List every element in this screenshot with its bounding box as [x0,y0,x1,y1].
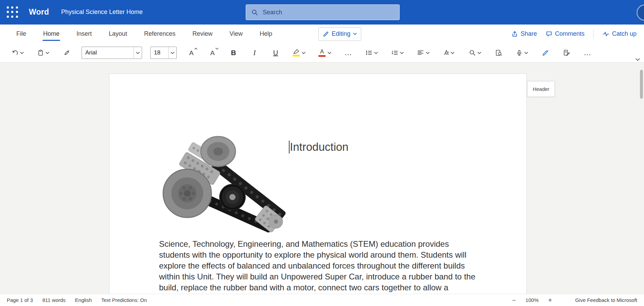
paragraph-line[interactable]: build, replace the rubber band with a mo… [159,282,475,293]
font-size-value: 18 [151,49,168,56]
undo-button[interactable] [9,46,27,60]
document-canvas: Introduction Science, Technology, Engine… [0,63,644,294]
editor-pen-icon [542,50,549,56]
font-size-select[interactable]: 18 [150,47,177,59]
combo-arrow[interactable] [168,47,176,59]
italic-icon: I [254,49,256,57]
chevron-down-icon [302,52,306,54]
paragraph-line[interactable]: within this Unit. They will build an Unp… [159,271,475,282]
scrollbar-thumb[interactable] [640,70,643,99]
account-avatar[interactable] [637,4,644,21]
tab-layout[interactable]: Layout [109,25,127,43]
more-font-options-button[interactable]: … [342,46,355,60]
dictate-button[interactable] [513,46,531,60]
status-language[interactable]: English [75,297,92,303]
highlight-color-swatch [293,55,300,57]
shrink-font-button[interactable]: A [206,46,219,60]
pulse-icon [603,31,609,37]
app-header: Word Physical Science Letter Home [0,0,644,25]
font-name-select[interactable]: Arial [82,47,142,59]
header-button[interactable]: Header [527,81,555,97]
app-name[interactable]: Word [29,7,49,17]
tab-help[interactable]: Help [260,25,272,43]
chevron-down-icon [46,52,49,54]
tab-references[interactable]: References [144,25,175,43]
chevron-down-icon [374,52,378,54]
paragraph-line[interactable]: explore the effects of balanced and unba… [159,260,475,271]
tab-file[interactable]: File [16,25,26,43]
tab-home[interactable]: Home [43,25,59,43]
comments-icon [546,31,552,37]
underline-button[interactable]: U [269,46,282,60]
text-highlight-button[interactable] [290,46,308,60]
undo-icon [12,50,18,56]
more-ribbon-options-button[interactable]: … [581,46,594,60]
format-painter-button[interactable] [60,46,73,60]
chevron-down-icon [328,52,331,54]
search-icon [469,50,475,56]
status-right: − 100% + Give Feedback to Microsoft [512,297,637,304]
numbering-button[interactable] [389,46,406,60]
chevron-down-icon [426,52,430,54]
document-page[interactable]: Introduction Science, Technology, Engine… [109,74,527,294]
grow-font-button[interactable]: A [185,46,198,60]
combo-arrow[interactable] [134,47,142,59]
status-page-count[interactable]: Page 1 of 3 [7,297,33,303]
chevron-down-icon [136,52,140,54]
text-cursor [289,141,290,154]
paragraph-line[interactable]: students with the opportunity to explore… [159,249,475,260]
alignment-button[interactable] [415,46,432,60]
comments-button[interactable]: Comments [546,30,585,37]
chevron-down-icon [353,33,357,35]
zoom-level[interactable]: 100% [525,297,538,303]
editing-mode-dropdown[interactable]: Editing [318,27,361,41]
format-painter-icon [64,50,70,56]
tab-review[interactable]: Review [192,25,212,43]
tab-insert[interactable]: Insert [76,25,92,43]
paste-button[interactable] [35,46,52,60]
status-text-predictions[interactable]: Text Predictions: On [101,297,147,303]
status-bar: Page 1 of 3 811 words English Text Predi… [0,294,644,306]
find-button[interactable] [466,46,484,60]
feedback-link[interactable]: Give Feedback to Microsoft [575,297,637,303]
vertical-scrollbar[interactable] [639,63,644,294]
comments-label: Comments [555,30,585,37]
zoom-out-button[interactable]: − [512,297,516,304]
page-magnifier-icon [495,50,502,56]
collapse-ribbon-icon[interactable] [636,58,640,61]
status-word-count[interactable]: 811 words [42,297,66,303]
app-launcher-icon[interactable] [7,6,18,18]
clipboard-icon [38,50,43,56]
styles-button[interactable]: A [440,46,458,60]
robot-car-image[interactable] [156,136,287,236]
editing-mode-label: Editing [332,30,350,37]
font-color-button[interactable]: A [316,46,334,60]
font-color-swatch [318,55,326,57]
grow-font-icon: A [189,50,194,56]
paragraph-line[interactable]: Science, Technology, Engineering, and Ma… [159,239,475,249]
bullets-button[interactable] [363,46,381,60]
page-edit-button[interactable] [560,46,573,60]
body-paragraph[interactable]: Science, Technology, Engineering, and Ma… [159,239,475,293]
document-search-button[interactable] [492,46,505,60]
search-input[interactable] [262,9,384,16]
section-title[interactable]: Introduction [289,141,348,154]
pencil-icon [323,31,329,37]
chevron-down-icon [215,48,219,50]
word-online-window: Word Physical Science Letter Home File H… [0,0,644,306]
chevron-down-icon [477,52,481,54]
shrink-font-icon: A [210,50,215,56]
microphone-icon [516,50,522,56]
catch-up-button[interactable]: Catch up [603,30,637,37]
share-button[interactable]: Share [511,30,537,37]
italic-button[interactable]: I [248,46,261,60]
pencil-icon [446,51,449,55]
document-title[interactable]: Physical Science Letter Home [61,9,143,16]
tab-view[interactable]: View [229,25,243,43]
bullet-list-icon [366,50,372,55]
search-box[interactable] [246,4,400,20]
chevron-down-icon [524,52,528,54]
zoom-in-button[interactable]: + [548,297,552,304]
editor-button[interactable] [539,46,552,60]
bold-button[interactable]: B [227,46,240,60]
